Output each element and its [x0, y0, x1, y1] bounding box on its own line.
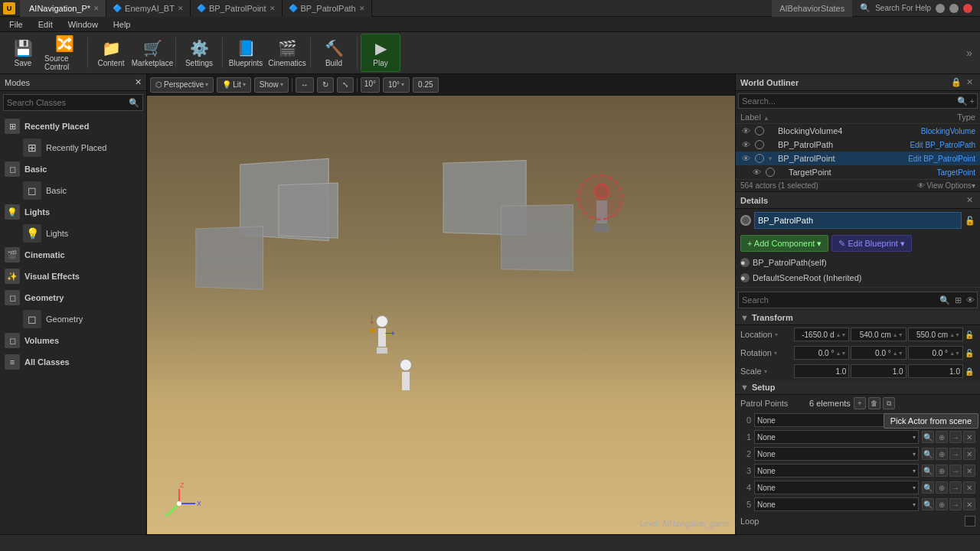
patrol-search-btn-2[interactable]: 🔍: [922, 448, 934, 460]
patrol-clear-btn-2[interactable]: ✕: [963, 448, 975, 460]
search-classes-input[interactable]: [4, 98, 126, 107]
comp-grid-icon[interactable]: ⊞: [952, 295, 964, 305]
details-close-button[interactable]: ✕: [964, 195, 975, 205]
outliner-item-bp_patrolpoint[interactable]: 👁 ▼ BP_PatrolPoint Edit BP_PatrolPoint: [736, 152, 980, 165]
col-sort-icon[interactable]: ▲: [763, 115, 769, 122]
menu-edit[interactable]: Edit: [32, 18, 59, 31]
viewport-scale-val-button[interactable]: 0.25: [413, 77, 438, 93]
outliner-item-target_point[interactable]: 👁 TargetPoint TargetPoint: [736, 165, 980, 179]
patrol-arrow-btn-5[interactable]: →: [949, 498, 962, 510]
transform-section-header[interactable]: ▼ Transform: [736, 311, 980, 325]
blueprints-button[interactable]: 📘 Blueprints: [226, 34, 266, 72]
viewport-rotate-button[interactable]: ↻: [317, 77, 334, 93]
patrol-clear-btn-5[interactable]: ✕: [963, 498, 975, 510]
content-button[interactable]: 📁 Content: [91, 34, 131, 72]
comp-eye-icon[interactable]: 👁: [964, 295, 977, 305]
scale-lock-icon[interactable]: 🔒: [963, 367, 975, 376]
asset-item-recently_placed[interactable]: ⊞Recently Placed: [0, 137, 146, 158]
tab-enemyai_bt[interactable]: 🔷EnemyAI_BT✕: [106, 0, 191, 17]
patrol-arrow-btn-4[interactable]: →: [949, 481, 962, 494]
scale-z-input[interactable]: 1.0: [908, 364, 963, 378]
viewport-perspective-button[interactable]: ⬡ Perspective ▾: [150, 77, 214, 93]
play-button[interactable]: ▶ Play: [361, 34, 400, 72]
asset-item-basic[interactable]: ◻Basic: [0, 180, 146, 201]
patrol-dropdown-5[interactable]: None ▾: [754, 497, 919, 511]
viewport-translate-button[interactable]: ↔: [296, 77, 314, 93]
add-component-button[interactable]: + Add Component ▾: [740, 235, 828, 252]
viewport-show-button[interactable]: Show ▾: [254, 77, 289, 93]
placement-category-geometry[interactable]: ◻Geometry: [0, 287, 146, 308]
scale-label[interactable]: Scale ▾: [740, 367, 794, 376]
menu-help[interactable]: Help: [107, 18, 137, 31]
patrol-pick-btn-2[interactable]: ⊕: [936, 448, 948, 460]
placement-category-all_classes[interactable]: ≡All Classes: [0, 351, 146, 373]
patrol-search-btn-3[interactable]: 🔍: [922, 465, 934, 477]
outliner-lock-icon[interactable]: 🔒: [949, 77, 964, 87]
marketplace-button[interactable]: 🛒 Marketplace: [132, 34, 172, 72]
placement-category-volumes[interactable]: ◻Volumes: [0, 330, 146, 351]
location-x-input[interactable]: -1650.0 d ▲▼: [794, 328, 849, 341]
close-button[interactable]: [963, 4, 972, 13]
tab-close-bp_patrolpoint[interactable]: ✕: [270, 5, 276, 12]
component-scene_root[interactable]: ● DefaultSceneRoot (Inherited): [736, 270, 980, 285]
placement-category-recently_placed[interactable]: ⊞Recently Placed: [0, 116, 146, 137]
patrol-clear-btn-3[interactable]: ✕: [963, 465, 975, 477]
menu-file[interactable]: File: [3, 18, 29, 31]
3d-viewport[interactable]: → → X Z Y Level: AINavigation_game: [147, 96, 735, 534]
location-label[interactable]: Location ▾: [740, 330, 794, 339]
patrol-clear-btn-4[interactable]: ✕: [963, 481, 975, 494]
asset-item-geometry[interactable]: ◻Geometry: [0, 308, 146, 330]
asset-item-lights[interactable]: 💡Lights: [0, 223, 146, 244]
edit-blueprint-button[interactable]: ✎ Edit Blueprint ▾: [831, 235, 912, 252]
patrol-search-btn-5[interactable]: 🔍: [922, 498, 934, 510]
eye-toggle-target_point[interactable]: 👁: [751, 168, 763, 177]
tab-close-ainavigation[interactable]: ✕: [93, 5, 100, 12]
component-search-input[interactable]: [739, 295, 937, 305]
patrol-pick-btn-3[interactable]: ⊕: [936, 465, 948, 477]
search-help-input[interactable]: Search For Help: [875, 4, 931, 12]
tab-ainavigation[interactable]: AINavigation_P*✕: [20, 0, 106, 17]
patrol-dropdown-4[interactable]: None ▾: [754, 481, 919, 494]
patrol-arrow-btn-1[interactable]: →: [949, 431, 962, 443]
patrol-pick-btn-1[interactable]: ⊕: [936, 431, 948, 443]
outliner-item-blocking_vol[interactable]: 👁 BlockingVolume4 BlockingVolume: [736, 124, 980, 138]
viewport-scale-button[interactable]: ⤡: [337, 77, 354, 93]
patrol-copy-button[interactable]: ⧉: [883, 397, 895, 409]
outliner-add-icon[interactable]: +: [968, 96, 977, 106]
loop-checkbox[interactable]: [965, 516, 975, 527]
viewport-grid-value[interactable]: 10°: [361, 77, 380, 93]
scale-y-input[interactable]: 1.0: [851, 364, 906, 378]
rotation-x-input[interactable]: 0.0 ° ▲▼: [794, 346, 849, 360]
rotation-lock-icon[interactable]: 🔓: [963, 349, 975, 357]
save-button[interactable]: 💾 Save: [3, 34, 43, 72]
rotation-label[interactable]: Rotation ▾: [740, 348, 794, 357]
patrol-arrow-btn-2[interactable]: →: [949, 448, 962, 460]
patrol-add-button[interactable]: +: [854, 397, 866, 409]
modes-close-button[interactable]: ✕: [135, 77, 142, 87]
outliner-view-options-button[interactable]: 👁 View Options▾: [917, 181, 975, 190]
tab-close-enemyai_bt[interactable]: ✕: [178, 5, 184, 12]
rotation-z-input[interactable]: 0.0 ° ▲▼: [908, 346, 963, 360]
patrol-pick-btn-4[interactable]: ⊕: [936, 481, 948, 494]
patrol-search-btn-4[interactable]: 🔍: [922, 481, 934, 494]
location-z-input[interactable]: 550.0 cm ▲▼: [908, 328, 963, 341]
patrol-delete-button[interactable]: 🗑: [868, 397, 880, 409]
settings-button[interactable]: ⚙️ Settings: [179, 34, 219, 72]
menu-window[interactable]: Window: [62, 18, 104, 31]
maximize-button[interactable]: [949, 4, 959, 13]
details-lock-icon[interactable]: 🔓: [965, 216, 975, 226]
outliner-item-bp_patrolpath[interactable]: 👁 BP_PatrolPath Edit BP_PatrolPath: [736, 138, 980, 152]
outliner-search-input[interactable]: [739, 96, 957, 106]
tab-close-bp_patrolpath[interactable]: ✕: [359, 5, 365, 12]
component-self[interactable]: ● BP_PatrolPath(self): [736, 255, 980, 270]
patrol-dropdown-2[interactable]: None ▾: [754, 447, 919, 461]
placement-category-basic[interactable]: ◻Basic: [0, 158, 146, 180]
rotation-y-input[interactable]: 0.0 ° ▲▼: [851, 346, 906, 360]
patrol-clear-btn-1[interactable]: ✕: [963, 431, 975, 443]
tab-bp_patrolpath[interactable]: 🔷BP_PatrolPath✕: [283, 0, 372, 17]
eye-toggle-bp_patrolpath[interactable]: 👁: [740, 140, 752, 149]
setup-section-header[interactable]: ▼ Setup: [736, 380, 980, 395]
expand-icon-bp_patrolpoint[interactable]: ▼: [767, 155, 775, 162]
patrol-search-btn-1[interactable]: 🔍: [922, 431, 934, 443]
scale-x-input[interactable]: 1.0: [794, 364, 849, 378]
